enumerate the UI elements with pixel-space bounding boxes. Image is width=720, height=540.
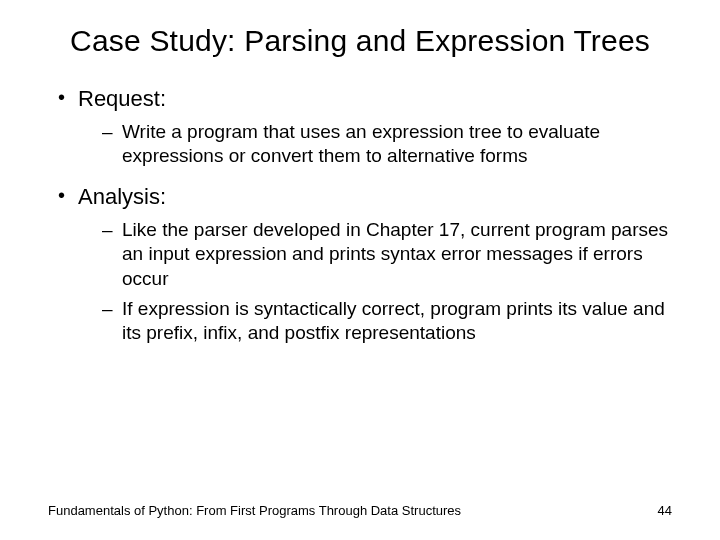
list-item: Like the parser developed in Chapter 17,… [102, 218, 672, 291]
bullet-label: Analysis: [78, 184, 166, 209]
slide-title: Case Study: Parsing and Expression Trees [48, 22, 672, 60]
footer-source: Fundamentals of Python: From First Progr… [48, 503, 461, 518]
sub-bullet-list: Write a program that uses an expression … [78, 120, 672, 169]
list-item: Request: Write a program that uses an ex… [48, 86, 672, 169]
slide-footer: Fundamentals of Python: From First Progr… [48, 503, 672, 518]
bullet-list: Request: Write a program that uses an ex… [48, 86, 672, 346]
list-item: Analysis: Like the parser developed in C… [48, 184, 672, 346]
list-item: If expression is syntactically correct, … [102, 297, 672, 346]
sub-bullet-list: Like the parser developed in Chapter 17,… [78, 218, 672, 346]
bullet-label: Request: [78, 86, 166, 111]
list-item: Write a program that uses an expression … [102, 120, 672, 169]
page-number: 44 [658, 503, 672, 518]
